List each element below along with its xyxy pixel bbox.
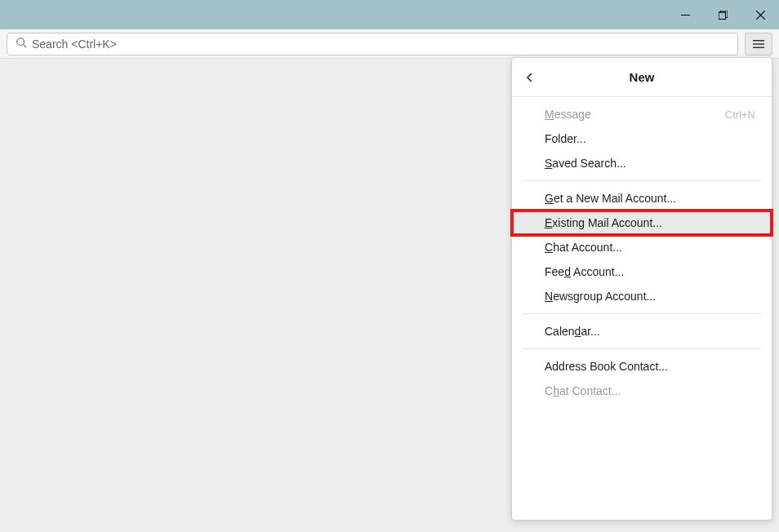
chevron-left-icon: [524, 72, 536, 83]
maximize-button[interactable]: [704, 0, 741, 29]
menu-item-chat-contact: Chat Contact...: [512, 379, 772, 403]
menu-item-folder[interactable]: Folder...: [512, 126, 772, 151]
menu-separator: [522, 180, 762, 181]
search-icon: [16, 37, 27, 51]
menu-item-chat-account[interactable]: Chat Account...: [512, 235, 772, 259]
svg-rect-0: [681, 15, 690, 16]
svg-rect-10: [753, 43, 764, 45]
minimize-icon: [681, 11, 690, 20]
menu-item-calendar[interactable]: Calendar...: [512, 319, 772, 344]
back-button[interactable]: [512, 58, 548, 96]
menu-item-label: Folder...: [545, 132, 586, 145]
menu-header: New: [512, 58, 772, 97]
search-box[interactable]: [7, 33, 738, 55]
svg-point-7: [17, 38, 24, 46]
minimize-button[interactable]: [666, 0, 704, 29]
menu-items: MessageCtrl+NFolder...Saved Search...Get…: [512, 97, 772, 408]
menu-item-newsgroup-account[interactable]: Newsgroup Account...: [512, 284, 772, 308]
menu-item-label: Calendar...: [545, 325, 600, 338]
menu-item-label: Message: [545, 108, 591, 121]
close-button[interactable]: [741, 0, 779, 29]
menu-separator: [522, 348, 762, 349]
menu-item-shortcut: Ctrl+N: [725, 109, 755, 121]
menu-item-label: Feed Account...: [545, 265, 624, 278]
menu-item-message: MessageCtrl+N: [512, 102, 772, 126]
titlebar: [0, 0, 779, 29]
search-input[interactable]: [32, 38, 729, 51]
hamburger-icon: [752, 38, 765, 51]
menu-item-saved-search[interactable]: Saved Search...: [512, 151, 772, 175]
menu-title: New: [512, 70, 772, 84]
menu-item-label: Get a New Mail Account...: [545, 192, 676, 205]
menu-item-label: Newsgroup Account...: [545, 290, 656, 303]
maximize-icon: [719, 11, 728, 20]
svg-line-8: [24, 45, 27, 48]
menu-item-existing-mail-account[interactable]: Existing Mail Account...: [512, 211, 772, 235]
window-controls: [666, 0, 779, 29]
menu-item-feed-account[interactable]: Feed Account...: [512, 259, 772, 284]
menu-item-label: Address Book Contact...: [545, 360, 668, 373]
svg-rect-9: [753, 40, 764, 42]
menu-separator: [522, 313, 762, 314]
app-menu-button[interactable]: [745, 33, 772, 55]
menu-item-label: Chat Account...: [545, 241, 622, 254]
toolbar: [0, 29, 779, 59]
menu-item-label: Saved Search...: [545, 157, 626, 170]
new-submenu-panel: New MessageCtrl+NFolder...Saved Search..…: [511, 57, 772, 521]
menu-item-label: Chat Contact...: [545, 384, 621, 397]
close-icon: [756, 11, 765, 20]
menu-item-label: Existing Mail Account...: [545, 216, 662, 229]
menu-item-address-book-contact[interactable]: Address Book Contact...: [512, 354, 772, 379]
menu-item-get-a-new-mail-account[interactable]: Get a New Mail Account...: [512, 186, 772, 211]
svg-rect-11: [753, 47, 764, 48]
svg-rect-3: [719, 12, 725, 19]
